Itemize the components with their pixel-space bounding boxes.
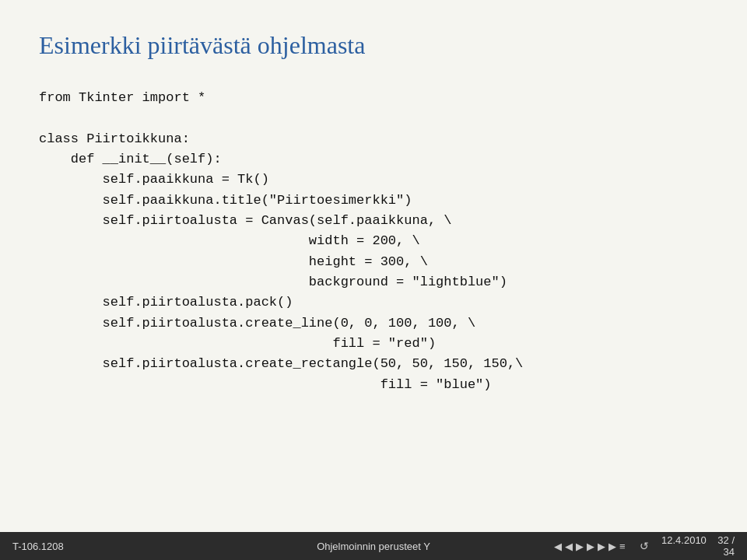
slide-title: Esimerkki piirtävästä ohjelmasta	[39, 31, 708, 60]
code-block: from Tkinter import * class Piirtoikkuna…	[39, 88, 708, 395]
bottom-bar: T-106.1208 Ohjelmoinnin perusteet Y ◀ ◀ …	[0, 532, 747, 560]
navigation-icons[interactable]: ◀ ◀ ▶ ▶ ▶ ▶ ≡	[554, 541, 626, 552]
footer-left: T-106.1208	[12, 541, 193, 552]
nav-menu-icon[interactable]: ≡	[619, 541, 626, 552]
footer-center: Ohjelmoinnin perusteet Y	[193, 541, 554, 552]
nav-last-icon[interactable]: ▶	[608, 541, 616, 552]
nav-equiv-left-icon[interactable]: ▶	[576, 541, 584, 552]
nav-first-icon[interactable]: ◀	[554, 541, 562, 552]
course-title: Ohjelmoinnin perusteet Y	[317, 541, 430, 552]
nav-next-icon[interactable]: ▶	[598, 541, 605, 552]
footer-right: ◀ ◀ ▶ ▶ ▶ ▶ ≡ ↺ 12.4.2010 32 / 34	[554, 534, 735, 558]
page-number: 12.4.2010 32 / 34	[657, 534, 735, 558]
repeat-icon[interactable]: ↺	[640, 540, 649, 552]
nav-prev-icon[interactable]: ◀	[565, 541, 573, 552]
course-code: T-106.1208	[12, 541, 64, 552]
slide-content: Esimerkki piirtävästä ohjelmasta from Tk…	[0, 0, 747, 532]
nav-equiv-right-icon[interactable]: ▶	[587, 541, 594, 552]
